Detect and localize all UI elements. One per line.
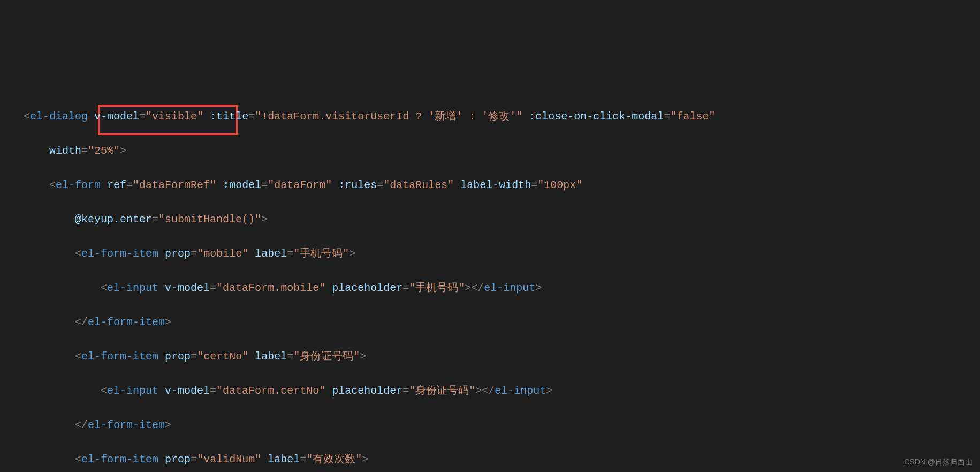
- code-line: @keyup.enter="submitHandle()">: [11, 211, 980, 228]
- code-line: <el-form-item prop="mobile" label="手机号码"…: [11, 245, 980, 263]
- code-line: <el-form-item prop="certNo" label="身份证号码…: [11, 348, 980, 365]
- code-line: <el-form ref="dataFormRef" :model="dataF…: [11, 177, 980, 194]
- code-line: <el-input v-model="dataForm.mobile" plac…: [11, 280, 980, 297]
- code-line: <el-dialog v-model="visible" :title="!da…: [11, 108, 980, 125]
- code-line: <el-form-item prop="validNum" label="有效次…: [11, 451, 980, 468]
- code-editor[interactable]: <el-dialog v-model="visible" :title="!da…: [0, 69, 980, 472]
- code-line: <el-input v-model="dataForm.certNo" plac…: [11, 383, 980, 400]
- code-line: width="25%">: [11, 143, 980, 160]
- watermark-text: CSDN @日落归西山: [904, 456, 973, 468]
- code-line: </el-form-item>: [11, 314, 980, 331]
- code-line: </el-form-item>: [11, 417, 980, 434]
